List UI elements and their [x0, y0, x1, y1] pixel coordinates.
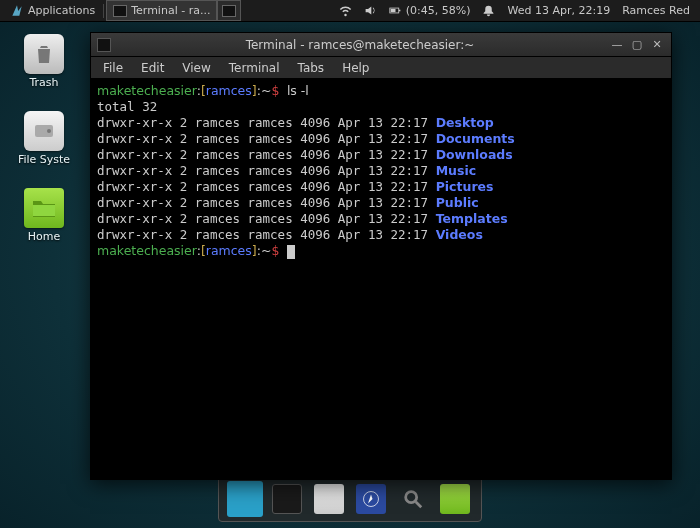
- menu-edit[interactable]: Edit: [133, 59, 172, 77]
- dock-app-finder[interactable]: [395, 481, 431, 517]
- menu-tabs[interactable]: Tabs: [290, 59, 333, 77]
- notifications-indicator[interactable]: [476, 0, 501, 21]
- menu-file[interactable]: File: [95, 59, 131, 77]
- menu-help[interactable]: Help: [334, 59, 377, 77]
- menu-view[interactable]: View: [174, 59, 218, 77]
- terminal-icon: [113, 5, 127, 17]
- applications-label: Applications: [28, 4, 95, 17]
- panel-separator: [103, 4, 104, 18]
- folder-home-icon: [24, 188, 64, 228]
- clock-text: Wed 13 Apr, 22:19: [507, 4, 610, 17]
- desktop-icons: Trash File Syste Home: [14, 34, 74, 243]
- svg-point-6: [406, 492, 417, 503]
- clock[interactable]: Wed 13 Apr, 22:19: [501, 0, 616, 21]
- close-button[interactable]: ✕: [649, 37, 665, 53]
- user-name: Ramces Red: [622, 4, 690, 17]
- terminal-icon: [272, 484, 302, 514]
- volume-icon: [364, 4, 377, 17]
- bell-icon: [482, 4, 495, 17]
- svg-rect-2: [390, 9, 395, 12]
- user-menu[interactable]: Ramces Red: [616, 0, 696, 21]
- dock-web-browser[interactable]: [353, 481, 389, 517]
- battery-indicator[interactable]: (0:45, 58%): [383, 0, 477, 21]
- desktop-filesystem[interactable]: File Syste: [14, 111, 74, 166]
- folder-icon: [440, 484, 470, 514]
- taskbar-label: Terminal - ra...: [131, 4, 210, 17]
- terminal-viewport[interactable]: maketecheasier:[ramces]:~$ ls -l total 3…: [91, 79, 671, 479]
- window-titlebar[interactable]: Terminal - ramces@maketecheasier:~ — ▢ ✕: [91, 33, 671, 57]
- applications-menu[interactable]: Applications: [4, 0, 101, 21]
- show-desktop-icon: [230, 484, 260, 514]
- window-controls: — ▢ ✕: [609, 37, 665, 53]
- taskbar-terminal-button[interactable]: Terminal - ra...: [106, 0, 217, 21]
- desktop-filesystem-label: File Syste: [18, 153, 70, 166]
- svg-line-7: [416, 502, 422, 508]
- search-icon: [398, 484, 428, 514]
- dock-terminal[interactable]: [269, 481, 305, 517]
- drive-icon: [24, 111, 64, 151]
- desktop-home-label: Home: [28, 230, 60, 243]
- compass-icon: [356, 484, 386, 514]
- desktop-home[interactable]: Home: [14, 188, 74, 243]
- dock-show-desktop[interactable]: [227, 481, 263, 517]
- minimize-button[interactable]: —: [609, 37, 625, 53]
- console-icon: [222, 5, 236, 17]
- dock-home-folder[interactable]: [437, 481, 473, 517]
- volume-indicator[interactable]: [358, 0, 383, 21]
- desktop-trash[interactable]: Trash: [14, 34, 74, 89]
- svg-rect-1: [399, 10, 401, 12]
- desktop-trash-label: Trash: [29, 76, 58, 89]
- xfce-logo-icon: [10, 4, 24, 18]
- terminal-window: Terminal - ramces@maketecheasier:~ — ▢ ✕…: [90, 32, 672, 480]
- trash-icon: [24, 34, 64, 74]
- network-indicator[interactable]: [333, 0, 358, 21]
- battery-text: (0:45, 58%): [406, 4, 471, 17]
- taskbar-console-button[interactable]: [217, 0, 241, 21]
- window-app-icon: [97, 38, 111, 52]
- svg-point-4: [47, 129, 51, 133]
- dock: [218, 476, 482, 522]
- wifi-icon: [339, 4, 352, 17]
- top-panel: Applications Terminal - ra... (0:45, 58%…: [0, 0, 700, 22]
- window-menubar: File Edit View Terminal Tabs Help: [91, 57, 671, 79]
- file-manager-icon: [314, 484, 344, 514]
- battery-icon: [389, 4, 402, 17]
- maximize-button[interactable]: ▢: [629, 37, 645, 53]
- dock-file-manager[interactable]: [311, 481, 347, 517]
- menu-terminal[interactable]: Terminal: [221, 59, 288, 77]
- window-title: Terminal - ramces@maketecheasier:~: [117, 38, 603, 52]
